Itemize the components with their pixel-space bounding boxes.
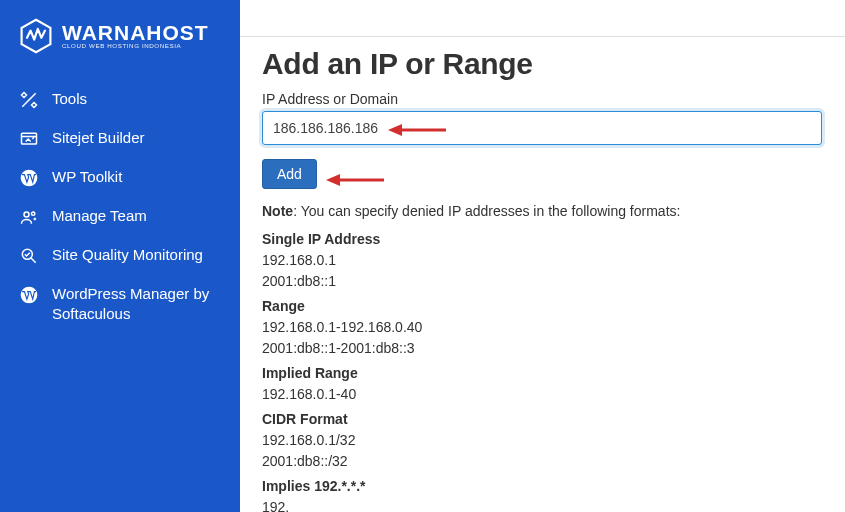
wordpress-icon [18,168,40,188]
format-example: 2001:db8::1 [262,271,823,292]
add-button[interactable]: Add [262,159,317,189]
quality-icon [18,246,40,266]
svg-point-3 [24,212,29,217]
sidebar-item-label: WP Toolkit [52,167,222,187]
sidebar-item-site-quality[interactable]: Site Quality Monitoring [0,236,240,275]
sidebar-item-label: Manage Team [52,206,222,226]
ip-address-input[interactable] [262,111,822,145]
tools-icon [18,90,40,110]
sitejet-icon [18,129,40,149]
sidebar-item-label: WordPress Manager by Softaculous [52,284,222,323]
format-title: Implies 192.*.*.* [262,476,823,497]
format-example: 192.168.0.1/32 [262,430,823,451]
brand-name: WARNAHOST [62,22,209,43]
page-title: Add an IP or Range [262,47,823,81]
sidebar-item-label: Site Quality Monitoring [52,245,222,265]
format-title: Range [262,296,823,317]
sidebar-item-wp-manager[interactable]: WordPress Manager by Softaculous [0,275,240,332]
format-title: Implied Range [262,363,823,384]
svg-point-6 [21,287,38,304]
ip-formats-list: Single IP Address 192.168.0.1 2001:db8::… [262,229,823,512]
format-example: 2001:db8::/32 [262,451,823,472]
logo-icon [18,18,54,54]
sidebar-item-wp-toolkit[interactable]: WP Toolkit [0,158,240,197]
note-body: : You can specify denied IP addresses in… [293,203,680,219]
format-example: 192.168.0.1-192.168.0.40 [262,317,823,338]
team-icon [18,207,40,227]
svg-rect-1 [22,133,37,144]
format-example: 192. [262,497,823,512]
svg-point-2 [21,170,38,187]
format-example: 192.168.0.1-40 [262,384,823,405]
svg-point-4 [32,212,35,215]
wordpress-icon [18,285,40,305]
main-content: Add an IP or Range IP Address or Domain … [240,0,845,512]
format-example: 192.168.0.1 [262,250,823,271]
format-example: 2001:db8::1-2001:db8::3 [262,338,823,359]
note-text: Note: You can specify denied IP addresse… [262,203,823,219]
sidebar-item-sitejet-builder[interactable]: Sitejet Builder [0,119,240,158]
sidebar-item-label: Sitejet Builder [52,128,222,148]
sidebar-item-tools[interactable]: Tools [0,80,240,119]
note-prefix: Note [262,203,293,219]
sidebar-nav: Tools Sitejet Builder WP Toolkit Manage … [0,80,240,332]
brand-logo: WARNAHOST CLOUD WEB HOSTING INDONESIA [0,18,240,80]
format-title: CIDR Format [262,409,823,430]
format-title: Single IP Address [262,229,823,250]
sidebar: WARNAHOST CLOUD WEB HOSTING INDONESIA To… [0,0,240,512]
brand-tagline: CLOUD WEB HOSTING INDONESIA [62,43,209,49]
sidebar-item-manage-team[interactable]: Manage Team [0,197,240,236]
sidebar-item-label: Tools [52,89,222,109]
ip-field-label: IP Address or Domain [262,91,823,107]
